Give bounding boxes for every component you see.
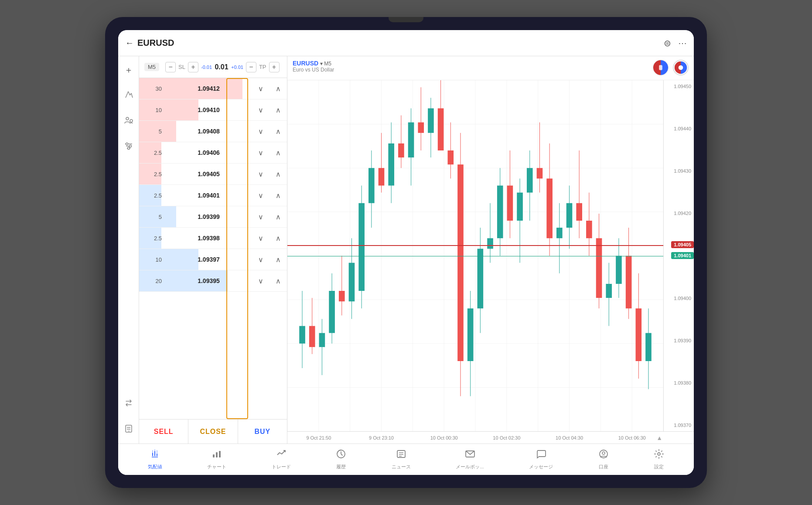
nav-person-icon[interactable] [121,113,136,130]
price-scale-label: 1.09380 [666,380,691,386]
nav-news[interactable]: ニュース [386,447,416,472]
down-arrow-icon[interactable]: ∨ [256,232,265,244]
scroll-button[interactable]: ▲ [656,434,662,441]
nav-mail[interactable]: メールボッ... [450,447,489,472]
svg-rect-17 [213,454,215,457]
menu-icon[interactable]: ⋯ [678,38,687,48]
nav-label-news: ニュース [392,464,411,470]
nav-label-account: 口座 [599,464,608,470]
tp-plus-btn[interactable]: + [269,62,280,72]
sl-plus-btn[interactable]: + [188,62,198,72]
order-row[interactable]: 2.51.09401∨∧ [139,185,287,206]
time-label-6: 10 Oct 06:30 [600,435,663,440]
order-actions: ∨∧ [252,104,287,116]
order-row[interactable]: 51.09399∨∧ [139,206,287,228]
up-arrow-icon[interactable]: ∧ [274,126,283,137]
split-icon-btn[interactable] [653,60,669,75]
up-arrow-icon[interactable]: ∧ [274,104,283,116]
time-label-3: 10 Oct 00:30 [413,435,475,440]
news-icon [396,449,406,462]
order-price: 1.09412 [165,85,252,92]
time-label-1: 9 Oct 21:50 [287,435,350,440]
price-scale-label: 1.09430 [666,168,691,174]
cycle-icon-btn[interactable] [673,60,689,75]
nav-account[interactable]: 口座 [593,447,614,472]
chart-subtitle: Euro vs US Dollar [293,67,653,73]
svg-point-7 [127,147,130,150]
sl-minus-btn[interactable]: − [165,62,176,72]
order-actions: ∨∧ [252,126,287,137]
svg-point-16 [679,65,683,70]
buy-button[interactable]: BUY [238,420,287,444]
down-arrow-icon[interactable]: ∨ [256,190,265,201]
order-row[interactable]: 2.51.09398∨∧ [139,228,287,249]
nav-label-mail: メールボッ... [456,464,484,470]
order-volume: 20 [139,278,165,284]
history-icon [336,449,346,462]
back-button[interactable]: ← [125,38,134,48]
nav-add-icon[interactable]: ＋ [122,61,136,78]
order-volume: 10 [139,256,165,263]
svg-point-0 [126,117,129,120]
order-row[interactable]: 51.09408∨∧ [139,121,287,142]
order-row[interactable]: 101.09410∨∧ [139,99,287,121]
order-volume: 2.5 [139,192,165,199]
database-icon[interactable]: ⊜ [664,38,671,48]
nav-filter-icon[interactable] [121,139,136,156]
order-actions: ∨∧ [252,168,287,180]
order-actions: ∨∧ [252,275,287,287]
price-scale-label: 1.09370 [666,423,691,428]
nav-document-icon[interactable]: + [121,421,136,438]
device-frame: ← EURUSD ⊜ ⋯ ＋ [105,17,707,488]
order-row[interactable]: 2.51.09405∨∧ [139,164,287,185]
down-arrow-icon[interactable]: ∨ [256,104,265,116]
down-arrow-icon[interactable]: ∨ [256,147,265,159]
down-arrow-icon[interactable]: ∨ [256,126,265,137]
tp-controls: − TP + [246,62,282,72]
up-arrow-icon[interactable]: ∧ [274,168,283,180]
time-label-2: 9 Oct 23:10 [350,435,413,440]
order-row[interactable]: 301.09412∨∧ [139,78,287,99]
down-arrow-icon[interactable]: ∨ [256,168,265,180]
down-arrow-icon[interactable]: ∨ [256,83,265,95]
order-row[interactable]: 201.09395∨∧ [139,270,287,292]
up-arrow-icon[interactable]: ∧ [274,275,283,287]
tp-minus-btn[interactable]: − [246,62,256,72]
up-arrow-icon[interactable]: ∧ [274,147,283,159]
price-line-sell [287,245,663,246]
nav-chart[interactable]: チャート [202,447,232,472]
nav-history[interactable]: 履歴 [331,447,351,472]
nav-settings[interactable]: 設定 [648,447,669,472]
up-arrow-icon[interactable]: ∧ [274,211,283,223]
up-arrow-icon[interactable]: ∧ [274,83,283,95]
price-tag-sell: 1.09405 [671,241,694,248]
nav-label-quotes: 気配値 [148,464,162,470]
up-arrow-icon[interactable]: ∧ [274,254,283,266]
svg-text:+: + [128,429,130,433]
up-arrow-icon[interactable]: ∧ [274,190,283,201]
trade-icon [276,449,287,462]
time-label-4: 10 Oct 02:30 [475,435,538,440]
down-arrow-icon[interactable]: ∨ [256,275,265,287]
candlestick-chart[interactable]: 1.09405 1.09401 1.094501.094401.094301.0… [287,80,694,431]
price-tag-buy: 1.09401 [671,252,694,259]
nav-message[interactable]: メッセージ [524,447,558,472]
sl-label: SL [178,64,185,70]
order-actions: ∨∧ [252,83,287,95]
nav-drawing-icon[interactable] [121,87,136,104]
svg-point-6 [129,145,131,147]
chart-nav-icon [212,449,222,462]
order-price: 1.09395 [165,277,252,284]
up-arrow-icon[interactable]: ∧ [274,232,283,244]
order-row[interactable]: 2.51.09406∨∧ [139,142,287,164]
down-arrow-icon[interactable]: ∨ [256,254,265,266]
order-price: 1.09399 [165,213,252,220]
sl-controls: − SL + -0.01 0.01 +0.01 [165,62,243,72]
down-arrow-icon[interactable]: ∨ [256,211,265,223]
close-button[interactable]: CLOSE [188,420,238,444]
sell-button[interactable]: SELL [139,420,188,444]
nav-trade[interactable]: トレード [266,447,296,472]
nav-swap-icon[interactable] [121,396,136,413]
nav-quotes[interactable]: 気配値 [143,447,167,472]
order-row[interactable]: 101.09397∨∧ [139,249,287,270]
